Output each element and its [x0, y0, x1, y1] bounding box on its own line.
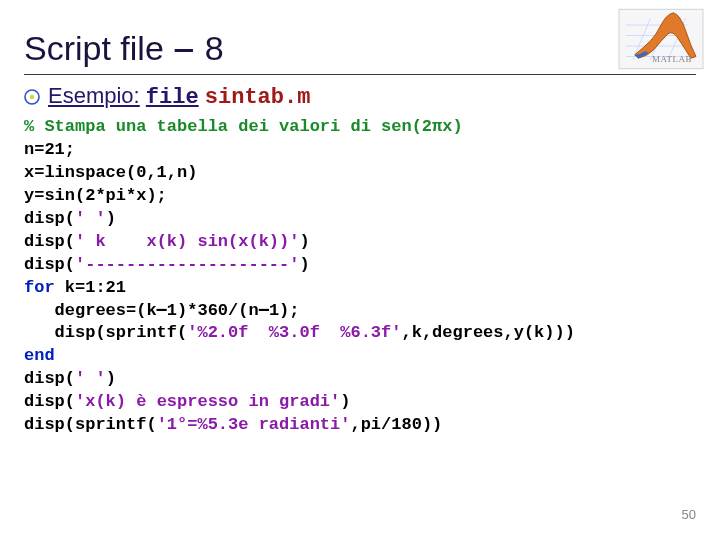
code-keyword: for [24, 278, 55, 297]
code-string: '--------------------' [75, 255, 299, 274]
code-line: ) [106, 209, 116, 228]
svg-point-9 [30, 94, 34, 98]
logo-caption: MATLAB [652, 54, 692, 64]
code-line: disp(sprintf( [24, 323, 187, 342]
code-line: ) [106, 369, 116, 388]
code-line: disp( [24, 392, 75, 411]
code-line: ,pi/180)) [350, 415, 442, 434]
code-string: '1°=%5.3e radianti' [157, 415, 351, 434]
code-line: disp( [24, 232, 75, 251]
code-line: ,k,degrees,y(k))) [401, 323, 574, 342]
code-line: disp( [24, 255, 75, 274]
code-line: ) [299, 255, 309, 274]
bullet-icon [24, 89, 40, 105]
code-line: ) [299, 232, 309, 251]
code-string: 'x(k) è espresso in gradi' [75, 392, 340, 411]
intro-line: Esempio: file sintab.m [24, 83, 696, 110]
code-line: n=21; [24, 140, 75, 159]
code-line: y=sin(2*pi*x); [24, 186, 167, 205]
code-line: k=1:21 [55, 278, 126, 297]
code-string: ' ' [75, 209, 106, 228]
code-string: ' ' [75, 369, 106, 388]
intro-file-kw: file [146, 85, 199, 110]
code-line: disp( [24, 369, 75, 388]
title-divider [24, 74, 696, 75]
code-line: x=linspace(0,1,n) [24, 163, 197, 182]
intro-esempio: Esempio: [48, 83, 140, 108]
code-line: ) [340, 392, 350, 411]
code-line: disp( [24, 209, 75, 228]
code-comment: % Stampa una tabella dei valori di sen(2… [24, 117, 463, 136]
intro-filename: sintab.m [205, 85, 311, 110]
code-string: '%2.0f %3.0f %6.3f' [187, 323, 401, 342]
page-number: 50 [682, 507, 696, 522]
code-string: ' k x(k) sin(x(k))' [75, 232, 299, 251]
code-line: degrees=(k‒1)*360/(n‒1); [24, 301, 300, 320]
code-block: % Stampa una tabella dei valori di sen(2… [24, 116, 696, 437]
code-line: disp(sprintf( [24, 415, 157, 434]
slide-title: Script file ‒ 8 [24, 28, 696, 68]
code-keyword: end [24, 346, 55, 365]
